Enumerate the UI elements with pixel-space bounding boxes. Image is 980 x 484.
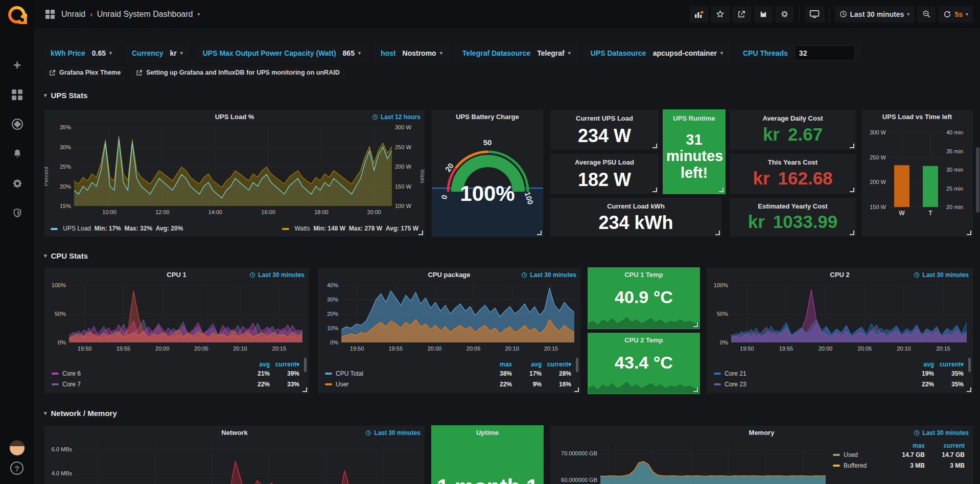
grafana-logo-icon[interactable] bbox=[7, 4, 27, 24]
configuration-gear-icon[interactable] bbox=[0, 175, 34, 192]
axis-tick: 10% bbox=[327, 325, 338, 331]
cycle-view-tv-icon[interactable] bbox=[805, 6, 824, 22]
axis-tick: 20% bbox=[327, 311, 338, 317]
panel-title[interactable]: UPS Runtime bbox=[663, 114, 725, 122]
user-avatar[interactable] bbox=[9, 440, 25, 456]
grafana-dashboard: + ? Unraid › Unraid System Dashboard ▾ bbox=[0, 0, 980, 484]
dashboard-grid-icon[interactable] bbox=[45, 10, 55, 19]
time-picker-button[interactable]: Last 30 minutes ▾ bbox=[835, 6, 915, 22]
panel-time-override[interactable]: Last 30 minutes bbox=[249, 271, 305, 279]
cpu-package-chart[interactable] bbox=[341, 285, 574, 342]
create-plus-icon[interactable]: + bbox=[0, 56, 34, 74]
ups-load-chart[interactable] bbox=[74, 127, 392, 206]
panel-title[interactable]: Uptime bbox=[432, 429, 543, 436]
legend-col-avg[interactable]: avg bbox=[512, 361, 542, 368]
panel-title[interactable]: Average Daily Cost bbox=[730, 114, 856, 122]
legend-col-avg[interactable]: avg bbox=[904, 361, 934, 368]
dashboards-icon[interactable] bbox=[0, 86, 34, 103]
panel-time-override[interactable]: Last 30 minutes bbox=[521, 271, 576, 279]
panel-title[interactable]: Average PSU Load bbox=[550, 158, 659, 166]
legend-header: avg current▾ bbox=[714, 361, 964, 368]
panel-title[interactable]: Memory bbox=[550, 429, 973, 436]
navbar: Unraid › Unraid System Dashboard ▾ bbox=[34, 0, 980, 28]
legend-col-current[interactable]: current▾ bbox=[270, 361, 299, 368]
add-panel-button[interactable] bbox=[690, 6, 708, 22]
legend-col-avg[interactable]: avg bbox=[240, 361, 270, 368]
legend-col-max[interactable]: max bbox=[885, 442, 925, 449]
y-axis-left: 300 W 250 W 200 W 150 W bbox=[865, 132, 886, 207]
dashboard-title[interactable]: Unraid System Dashboard bbox=[97, 10, 193, 19]
axis-tick: 250 W bbox=[870, 154, 886, 160]
variable-value-dropdown[interactable]: kr▾ bbox=[170, 49, 182, 57]
panel-title[interactable]: CPU 2 Temp bbox=[588, 336, 699, 344]
title-caret-icon[interactable]: ▾ bbox=[197, 11, 200, 17]
legend-swatch bbox=[52, 383, 59, 385]
panel-title[interactable]: Current UPS Load bbox=[550, 114, 659, 122]
panel-time-override[interactable]: Last 30 minutes bbox=[365, 429, 421, 436]
legend-series-core6[interactable]: Core 6 21% 39% bbox=[52, 368, 299, 379]
network-chart[interactable] bbox=[75, 443, 417, 484]
legend-header: avg current▾ bbox=[52, 361, 299, 368]
panel-time-override[interactable]: Last 30 minutes bbox=[914, 429, 969, 436]
legend-scrollbar[interactable] bbox=[576, 358, 578, 372]
link-ups-monitoring-guide[interactable]: Setting up Grafana and InfluxDB for UPS … bbox=[131, 66, 344, 79]
variable-value-dropdown[interactable]: Telegraf▾ bbox=[537, 49, 570, 57]
cpu-threads-input[interactable] bbox=[795, 45, 855, 60]
section-network-memory[interactable]: ▾Network / Memory bbox=[44, 409, 117, 418]
legend-series-core7[interactable]: Core 7 22% 33% bbox=[52, 379, 299, 389]
axis-tick: 25% bbox=[60, 164, 71, 170]
panel-title[interactable]: UPS Load vs Time left bbox=[861, 113, 973, 121]
legend-series-used[interactable]: Used 14.7 GB 14.7 GB bbox=[833, 449, 965, 460]
legend-series-watts[interactable]: Watts Min: 148 W Max: 278 W Avg: 175 W bbox=[282, 225, 418, 232]
svg-text:T: T bbox=[928, 210, 932, 217]
panel-title[interactable]: This Years Cost bbox=[730, 158, 856, 166]
breadcrumb-app[interactable]: Unraid bbox=[61, 10, 85, 19]
panel-title[interactable]: Current Load kWh bbox=[550, 202, 721, 210]
panel-title[interactable]: UPS Load % bbox=[44, 113, 425, 121]
legend-col-max[interactable]: max bbox=[482, 361, 512, 368]
alerting-bell-icon[interactable] bbox=[0, 145, 34, 163]
share-button[interactable] bbox=[733, 6, 751, 22]
variable-value-dropdown[interactable]: Nostromo▾ bbox=[403, 49, 442, 57]
panel-time-override[interactable]: Last 12 hours bbox=[372, 113, 421, 121]
zoom-out-button[interactable] bbox=[917, 6, 936, 22]
star-button[interactable] bbox=[711, 6, 730, 22]
cpu2-chart[interactable] bbox=[731, 285, 967, 342]
legend-series-user[interactable]: User 22% 9% 16% bbox=[325, 379, 571, 389]
variable-ups-max-output: UPS Max Output Power Capacity (Watt) 865… bbox=[196, 43, 367, 62]
axis-tick: 200 W bbox=[870, 179, 886, 185]
explore-compass-icon[interactable] bbox=[0, 116, 34, 133]
legend-scrollbar[interactable] bbox=[304, 358, 307, 372]
legend-series-cpu-total[interactable]: CPU Total 38% 17% 28% bbox=[325, 368, 571, 379]
variable-value-dropdown[interactable]: apcupsd-container▾ bbox=[653, 49, 723, 57]
legend-col-current[interactable]: current bbox=[925, 442, 965, 449]
panel-title[interactable]: Estimated Yearly Cost bbox=[730, 202, 856, 210]
legend-series-core21[interactable]: Core 21 19% 35% bbox=[714, 368, 964, 379]
legend-series-core23[interactable]: Core 23 22% 35% bbox=[714, 379, 964, 389]
legend-series-buffered[interactable]: Buffered 3 MB 3 MB bbox=[833, 460, 965, 471]
ups-bars-chart[interactable]: WT bbox=[888, 132, 944, 217]
help-icon[interactable]: ? bbox=[10, 462, 24, 475]
section-cpu-stats[interactable]: ▾CPU Stats bbox=[44, 251, 88, 260]
panel-time-override[interactable]: Last 30 minutes bbox=[914, 271, 969, 279]
axis-tick: 12:00 bbox=[155, 209, 170, 215]
variable-value-dropdown[interactable]: 0.65▾ bbox=[92, 49, 112, 57]
section-ups-stats[interactable]: ▾UPS Stats bbox=[44, 91, 87, 100]
refresh-button[interactable]: 5s ▾ bbox=[939, 6, 973, 22]
legend-col-current[interactable]: current▾ bbox=[934, 361, 964, 368]
variable-value-dropdown[interactable]: 865▾ bbox=[343, 49, 361, 57]
dashboard-settings-gear-icon[interactable] bbox=[776, 6, 794, 22]
cpu1-chart[interactable] bbox=[69, 285, 302, 342]
save-button[interactable] bbox=[754, 6, 773, 22]
server-admin-shield-icon[interactable] bbox=[0, 204, 34, 222]
legend-series-ups-load[interactable]: UPS Load Min: 17% Max: 32% Avg: 20% bbox=[51, 225, 183, 232]
y-axis-right: 300 W 250 W 200 W 150 W 100 W bbox=[395, 127, 415, 206]
legend-scrollbar[interactable] bbox=[968, 358, 971, 372]
axis-tick: 14:00 bbox=[208, 209, 222, 215]
link-grafana-plex-theme[interactable]: Grafana Plex Theme bbox=[44, 66, 126, 79]
y-axis-left: 6.0 MBs 4.0 MBs 2.0 MBs bbox=[49, 443, 72, 484]
panel-title[interactable]: CPU 1 Temp bbox=[588, 271, 699, 279]
legend-col-current[interactable]: current▾ bbox=[542, 361, 571, 368]
memory-chart[interactable] bbox=[600, 443, 826, 484]
page-scrollbar[interactable] bbox=[976, 147, 979, 213]
